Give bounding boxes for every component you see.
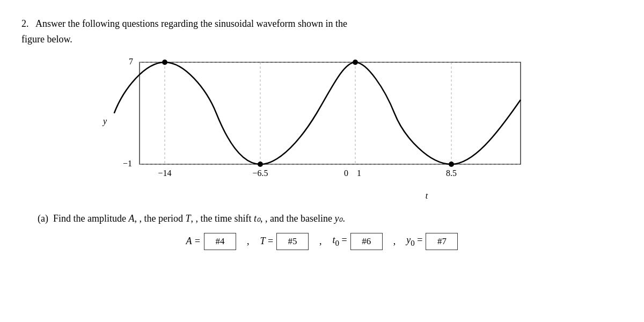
svg-rect-0	[140, 62, 521, 164]
svg-text:−6.5: −6.5	[252, 169, 268, 178]
question-line1: Answer the following questions regarding…	[35, 18, 347, 29]
graph-wrapper: y 7 −1	[113, 57, 531, 186]
comma-2: ,	[319, 236, 322, 247]
svg-text:8.5: 8.5	[446, 169, 457, 178]
question-container: 2. Answer the following questions regard…	[21, 16, 623, 250]
t0-label: t0 =	[333, 235, 347, 248]
y-axis-label: y	[103, 116, 107, 126]
svg-text:−14: −14	[158, 169, 171, 178]
answer-A: A = #4	[186, 233, 236, 250]
svg-text:0: 0	[344, 169, 348, 178]
svg-point-9	[162, 60, 167, 65]
answer-y0-box[interactable]: #7	[426, 233, 458, 250]
answer-t0-box[interactable]: #6	[350, 233, 383, 250]
answer-T: T = #5	[260, 233, 309, 250]
graph-area: y 7 −1	[21, 57, 623, 186]
svg-text:−1: −1	[123, 159, 132, 168]
question-text: 2. Answer the following questions regard…	[21, 16, 623, 47]
svg-text:1: 1	[357, 169, 361, 178]
question-number: 2.	[21, 18, 29, 29]
svg-point-10	[258, 162, 263, 167]
comma-3: ,	[393, 236, 396, 247]
svg-text:7: 7	[129, 57, 133, 66]
y0-label: y0 =	[406, 235, 422, 248]
part-a-text: (a) Find the amplitude A, , the period T…	[21, 213, 623, 224]
svg-point-11	[353, 60, 358, 65]
A-label: A =	[186, 236, 201, 247]
answer-y0: y0 = #7	[406, 233, 458, 250]
question-line2: figure below.	[21, 34, 72, 45]
answer-A-box[interactable]: #4	[204, 233, 236, 250]
svg-point-12	[449, 162, 454, 167]
answer-t0: t0 = #6	[333, 233, 383, 250]
answer-T-box[interactable]: #5	[276, 233, 309, 250]
T-label: T =	[260, 236, 273, 247]
answer-row: A = #4 , T = #5 , t0 = #6 , y0 = #7	[21, 233, 623, 250]
t-axis-label: t	[231, 191, 623, 201]
comma-1: ,	[247, 236, 250, 247]
waveform-graph: 7 −1	[113, 57, 531, 186]
